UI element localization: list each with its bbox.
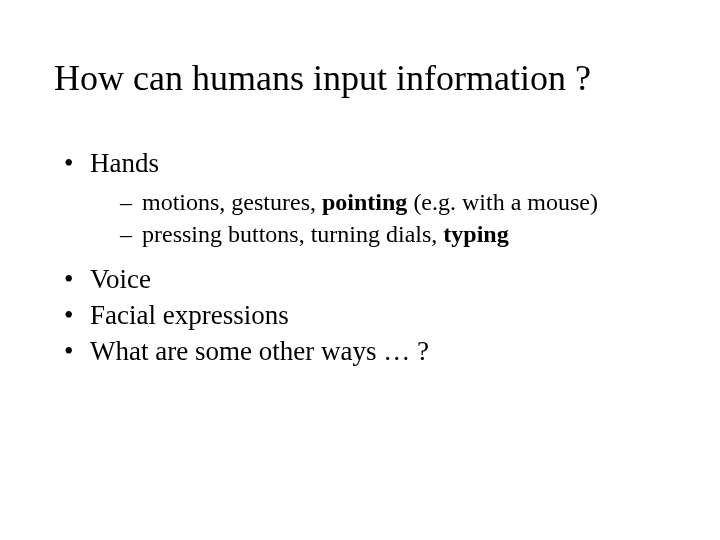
list-item: What are some other ways … ? [54,333,666,369]
sub-text-bold: typing [443,221,508,247]
list-item: Hands motions, gestures, pointing (e.g. … [54,145,666,250]
sub-list-item: pressing buttons, turning dials, typing [90,218,666,250]
bullet-text: Hands [90,148,159,178]
slide: How can humans input information ? Hands… [0,0,720,540]
bullet-text: Voice [90,264,151,294]
list-item: Voice [54,261,666,297]
bullet-list: Hands motions, gestures, pointing (e.g. … [54,145,666,370]
bullet-text: Facial expressions [90,300,289,330]
sub-text-pre: motions, gestures, [142,189,322,215]
sub-text-bold: pointing [322,189,407,215]
list-item: Facial expressions [54,297,666,333]
sub-list-item: motions, gestures, pointing (e.g. with a… [90,186,666,218]
sub-text-post: (e.g. with a mouse) [407,189,598,215]
slide-title: How can humans input information ? [54,58,666,99]
bullet-text: What are some other ways … ? [90,336,429,366]
sub-text-pre: pressing buttons, turning dials, [142,221,443,247]
sub-list: motions, gestures, pointing (e.g. with a… [90,186,666,251]
